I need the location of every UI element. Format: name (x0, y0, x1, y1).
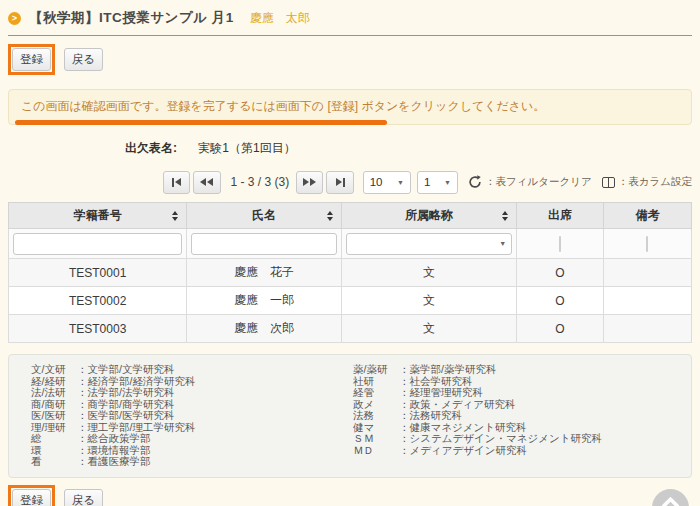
table-filter-row: ▼ (9, 229, 692, 259)
register-button-top[interactable]: 登録 (12, 48, 51, 71)
sort-icon (172, 211, 178, 221)
note-cell (603, 315, 691, 343)
page-header: > 【秋学期】ITC授業サンプル 月1 慶應 太郎 (8, 0, 692, 27)
attendance-cell: O (517, 287, 604, 315)
attendance-sheet-value: 実験1（第1回目） (198, 141, 295, 155)
student-id-cell: TEST0001 (9, 259, 187, 287)
column-settings-tool: ：表カラム設定 (602, 175, 692, 189)
bottom-button-row: 登録 戻る (8, 485, 692, 506)
column-header-note: 備考 (603, 203, 691, 229)
name-cell: 慶應 次郎 (187, 315, 341, 343)
refresh-icon[interactable] (468, 175, 482, 189)
register-highlight-box-bottom: 登録 (8, 485, 55, 506)
user-name-link[interactable]: 慶應 太郎 (250, 10, 310, 27)
column-settings-icon[interactable] (602, 177, 615, 188)
chevron-down-icon: ▼ (397, 179, 404, 186)
register-button-bottom[interactable]: 登録 (12, 489, 51, 506)
legend-left-column: 文/文研：文学部/文学研究科 経/経研：経済学部/経済学研究科 法/法研：法学部… (31, 364, 353, 468)
previous-page-icon (200, 178, 206, 186)
orange-underline-annotation (15, 120, 387, 125)
next-page-icon (303, 178, 309, 186)
legend-item: 看：看護医療学部 (31, 456, 353, 468)
attendance-cell: O (517, 259, 604, 287)
chevron-right-circle-icon: > (8, 12, 21, 25)
back-button-bottom[interactable]: 戻る (64, 489, 103, 506)
attendance-sheet-row: 出欠表名: 実験1（第1回目） (8, 140, 692, 157)
last-page-icon (336, 178, 342, 186)
attendance-sheet-label: 出欠表名: (125, 141, 177, 155)
sort-icon (502, 211, 508, 221)
sort-icon (327, 211, 333, 221)
affiliation-cell: 文 (341, 259, 517, 287)
affiliation-filter-select[interactable]: ▼ (346, 233, 513, 255)
filter-clear-label: ：表フィルタークリア (485, 175, 592, 189)
attendance-filter-disabled (559, 236, 561, 252)
next-page-button[interactable] (296, 171, 323, 194)
previous-page-button[interactable] (193, 171, 220, 194)
note-filter-disabled (646, 236, 648, 252)
legend-right-column: 薬/薬研：薬学部/薬学研究科 社研：社会学研究科 経管：経理管理研究科 政メ：政… (353, 364, 691, 468)
attendance-cell: O (517, 315, 604, 343)
student-id-filter-input[interactable] (13, 233, 182, 255)
page-number-value: 1 (424, 176, 430, 188)
page-title: 【秋学期】ITC授業サンプル 月1 (29, 9, 234, 27)
first-page-icon (172, 178, 174, 187)
column-settings-label: ：表カラム設定 (618, 175, 692, 189)
affiliation-cell: 文 (341, 287, 517, 315)
filter-clear-tool: ：表フィルタークリア (468, 175, 592, 189)
note-cell (603, 287, 691, 315)
affiliation-cell: 文 (341, 315, 517, 343)
chevron-down-icon: ▼ (499, 240, 506, 247)
affiliation-legend: 文/文研：文学部/文学研究科 経/経研：経済学部/経済学研究科 法/法研：法学部… (8, 354, 692, 478)
pagination-range-text: 1 - 3 / 3 (3) (231, 175, 290, 189)
confirmation-notice-text: この画面は確認画面です。登録を完了するには画面下の [登録] ボタンをクリックし… (21, 99, 545, 113)
note-cell (603, 259, 691, 287)
table-row: TEST0003 慶應 次郎 文 O (9, 315, 692, 343)
legend-item: ＭＤ：メディアデザイン研究科 (353, 445, 691, 457)
chevron-up-icon (661, 496, 679, 506)
register-highlight-box-top: 登録 (8, 44, 55, 75)
header-divider (8, 35, 692, 36)
back-button-top[interactable]: 戻る (64, 48, 103, 71)
pagination-bar: 1 - 3 / 3 (3) 10 ▼ 1 ▼ ：表フィルタークリア ：表カラム設… (163, 170, 692, 194)
name-filter-input[interactable] (191, 233, 336, 255)
page-size-value: 10 (370, 176, 383, 188)
column-header-affiliation[interactable]: 所属略称 (341, 203, 517, 229)
table-row: TEST0001 慶應 花子 文 O (9, 259, 692, 287)
top-button-row: 登録 戻る (8, 44, 692, 75)
name-cell: 慶應 一郎 (187, 287, 341, 315)
table-row: TEST0002 慶應 一郎 文 O (9, 287, 692, 315)
page-size-select[interactable]: 10 ▼ (363, 171, 411, 194)
last-page-button[interactable] (326, 171, 353, 194)
column-header-attendance: 出席 (517, 203, 604, 229)
table-header-row: 学籍番号 氏名 所属略称 出席 備考 (9, 203, 692, 229)
student-id-cell: TEST0002 (9, 287, 187, 315)
confirmation-notice: この画面は確認画面です。登録を完了するには画面下の [登録] ボタンをクリックし… (8, 89, 692, 125)
page-number-select[interactable]: 1 ▼ (417, 171, 458, 194)
student-id-cell: TEST0003 (9, 315, 187, 343)
column-header-name[interactable]: 氏名 (187, 203, 341, 229)
first-page-button[interactable] (163, 171, 190, 194)
attendance-table: 学籍番号 氏名 所属略称 出席 備考 ▼ (8, 202, 692, 343)
name-cell: 慶應 花子 (187, 259, 341, 287)
chevron-down-icon: ▼ (444, 179, 451, 186)
column-header-student-id[interactable]: 学籍番号 (9, 203, 187, 229)
